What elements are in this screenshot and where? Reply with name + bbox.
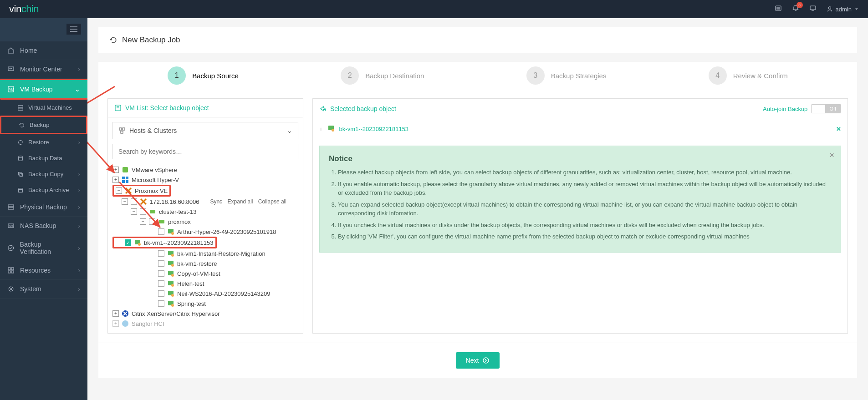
sidebar-sub-restore[interactable]: Restore › [0, 134, 87, 150]
sidebar-item-nas-backup[interactable]: NAS NAS Backup › [0, 217, 87, 235]
chevron-right-icon: › [78, 171, 80, 177]
checkbox[interactable] [158, 300, 164, 307]
tree-label: cluster-test-13 [159, 208, 196, 215]
sidebar-item-home[interactable]: Home [0, 41, 87, 60]
vm-icon [167, 300, 174, 307]
remove-icon[interactable]: ✕ [836, 126, 841, 132]
tree-node-proxmox[interactable]: − Proxmox VE [112, 185, 171, 197]
svg-point-15 [19, 156, 23, 157]
panel-title: VM List: Select backup object [125, 104, 209, 111]
step-backup-destination[interactable]: 2 Backup Destination [341, 66, 424, 85]
step-label: Review & Confirm [733, 72, 788, 80]
svg-rect-19 [19, 189, 23, 192]
collapse-icon[interactable]: − [122, 198, 128, 205]
checkbox[interactable] [140, 208, 146, 215]
checkbox[interactable] [158, 228, 164, 235]
next-button[interactable]: Next [456, 352, 500, 369]
panel-head: VM List: Select backup object [108, 99, 303, 117]
collapse-icon[interactable]: − [116, 187, 122, 194]
tree-node-pve[interactable]: − proxmox [112, 217, 298, 227]
user-menu[interactable]: admin [827, 6, 859, 13]
sidebar-item-physical-backup[interactable]: Physical Backup › [0, 198, 87, 217]
checkbox[interactable] [158, 250, 164, 257]
vm-icon [134, 239, 141, 246]
selected-vm-row[interactable]: + bk-vm1--20230922181153 ✕ [313, 119, 848, 139]
step-backup-source[interactable]: 1 Backup Source [168, 66, 239, 85]
expand-icon[interactable]: + [112, 177, 119, 183]
checkbox[interactable] [158, 260, 164, 267]
sync-action[interactable]: Sync [210, 198, 222, 205]
svg-point-44 [171, 232, 174, 235]
tree-node-xen[interactable]: + Citrix XenServer/Citrix Hypervisor [112, 309, 298, 319]
sidebar-item-vm-backup[interactable]: VM VM Backup ⌄ [0, 79, 87, 100]
expand-all-action[interactable]: Expand all [227, 198, 253, 205]
svg-point-56 [171, 294, 174, 297]
collapse-icon[interactable]: − [140, 218, 146, 225]
tree-node-cluster[interactable]: − cluster-test-13 [112, 207, 298, 217]
tree-node-sangfor[interactable]: + Sangfor HCI [112, 319, 298, 329]
chevron-right-icon: › [78, 267, 80, 274]
step-review-confirm[interactable]: 4 Review & Confirm [709, 66, 788, 85]
notice-box: × Notice Please select backup objects fr… [319, 146, 841, 253]
chevron-down-icon [854, 7, 859, 11]
monitor-icon[interactable] [809, 5, 817, 14]
tree-label: Copy-of-VM-test [177, 270, 220, 277]
checkbox[interactable]: ✓ [125, 239, 131, 246]
chevron-right-icon: › [78, 139, 80, 146]
checkbox[interactable] [158, 270, 164, 277]
tree-node-hyperv[interactable]: + Microsoft Hyper-V [112, 175, 298, 185]
tree-node-vmware[interactable]: + VMware vSphere [112, 165, 298, 175]
checkbox[interactable] [131, 198, 137, 205]
vm-list-icon [114, 104, 122, 111]
sidebar-sub-backup-archive[interactable]: Backup Archive › [0, 182, 87, 198]
hyperv-icon [122, 176, 129, 183]
bell-icon[interactable]: 3 [792, 5, 799, 14]
auto-join-toggle[interactable]: Off [811, 104, 841, 113]
tree-node-vm[interactable]: Neil-WS2016-AD-20230925143209 [112, 289, 298, 299]
tree-node-vm-selected[interactable]: ✓bk-vm1--20230922181153 [112, 237, 217, 248]
step-label: Backup Strategies [551, 72, 607, 80]
vm-icon [167, 280, 174, 287]
tree-label: VMware vSphere [132, 167, 177, 173]
expand-icon[interactable]: + [112, 310, 119, 317]
tree-node-vm[interactable]: bk-vm1-Instant-Restore-Migration [112, 248, 298, 258]
sidebar-sub-virtual-machines[interactable]: Virtual Machines [0, 100, 87, 116]
sidebar-sub-backup-copy[interactable]: Backup Copy › [0, 166, 87, 182]
sidebar-toggle[interactable] [66, 24, 81, 35]
tree-node-host[interactable]: − 172.18.16.60:8006 Sync Expand all Coll… [112, 197, 298, 207]
tree-node-vm[interactable]: Arthur-Hyper-26-49-20230925101918 [112, 227, 298, 237]
step-number: 2 [341, 66, 359, 85]
sidebar-item-system[interactable]: System › [0, 280, 87, 299]
close-icon[interactable]: × [829, 151, 834, 160]
collapse-icon[interactable]: − [131, 208, 137, 215]
expand-icon[interactable]: + [112, 167, 119, 173]
tree-node-vm[interactable]: Helen-test [112, 278, 298, 289]
checkbox[interactable] [158, 280, 164, 287]
list-icon[interactable] [775, 5, 782, 14]
tree-actions: Sync Expand all Collapse all [206, 198, 286, 205]
panel-head: Selected backup object Auto-join Backup … [313, 99, 848, 119]
sidebar-sub-backup-data[interactable]: Backup Data [0, 150, 87, 166]
sidebar-item-label: NAS Backup [20, 222, 56, 229]
svg-rect-25 [8, 268, 10, 270]
svg-rect-14 [18, 108, 23, 110]
plus-icon[interactable]: + [319, 126, 323, 132]
checkbox[interactable] [158, 290, 164, 297]
collapse-all-action[interactable]: Collapse all [258, 198, 286, 205]
expand-icon[interactable]: + [112, 320, 119, 327]
checkbox[interactable] [149, 218, 155, 225]
sidebar-item-monitor[interactable]: Monitor Center › [0, 60, 87, 79]
sidebar-item-backup-verification[interactable]: Backup Verification › [0, 235, 87, 261]
sidebar-sub-backup[interactable]: Backup [0, 116, 87, 134]
tree-node-vm[interactable]: bk-vm1-restore [112, 258, 298, 268]
notification-badge: 3 [797, 2, 803, 8]
tree-node-vm[interactable]: Copy-of-VM-test [112, 268, 298, 278]
sidebar-item-resources[interactable]: Resources › [0, 261, 87, 280]
tree-node-vm[interactable]: Spring-test [112, 299, 298, 309]
vm-icon [167, 228, 174, 235]
step-backup-strategies[interactable]: 3 Backup Strategies [526, 66, 607, 85]
user-label: admin [836, 6, 852, 13]
search-input[interactable] [112, 144, 298, 159]
view-select[interactable]: Hosts & Clusters ⌄ [112, 122, 298, 139]
notice-item: You can expand selected backup object(ex… [338, 200, 832, 218]
